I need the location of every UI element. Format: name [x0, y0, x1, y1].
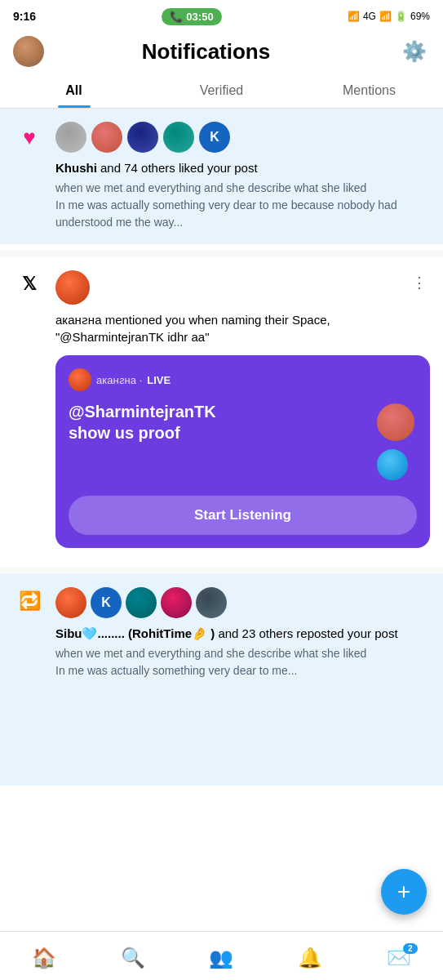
- nav-search[interactable]: 🔍: [121, 947, 145, 969]
- call-time: 03:50: [186, 11, 213, 23]
- tab-mentions[interactable]: Mentions: [295, 74, 443, 108]
- messages-badge: 2: [403, 943, 418, 954]
- bell-icon: 🔔: [298, 947, 322, 969]
- start-listening-button[interactable]: Start Listening: [69, 496, 417, 535]
- settings-button[interactable]: ⚙️: [399, 36, 430, 67]
- repost-avatar-3: [126, 587, 157, 618]
- notification-like[interactable]: ♥ K Khushi and 74 others liked your post…: [0, 109, 443, 251]
- x-logo-container: 𝕏: [13, 270, 46, 295]
- avatar-4: [163, 122, 194, 153]
- signal-bars-icon: 📶: [379, 11, 392, 22]
- signal-icon: 📶: [348, 11, 360, 22]
- status-time: 9:16: [13, 10, 36, 23]
- like-text: Khushi and 74 others liked your post: [55, 159, 430, 176]
- repost-avatar-1: [55, 587, 86, 618]
- nav-home[interactable]: 🏠: [32, 947, 56, 969]
- repost-content: K Sibu🩵........ (RohitTime🤌 ) and 23 oth…: [55, 587, 430, 679]
- nav-messages[interactable]: ✉️ 2: [387, 947, 411, 969]
- avatar-5: K: [199, 122, 230, 153]
- tab-all[interactable]: All: [0, 74, 148, 108]
- like-notification-content: K Khushi and 74 others liked your post w…: [55, 122, 430, 231]
- divider-2: [0, 568, 443, 574]
- avatar-2: [91, 122, 122, 153]
- people-icon: 👥: [209, 947, 233, 969]
- space-host-name: aканƨнa ·: [96, 374, 142, 386]
- repost-text: Sibu🩵........ (RohitTime🤌 ) and 23 other…: [55, 625, 430, 642]
- status-bar: 9:16 📞 03:50 📶 4G 📶 🔋 69%: [0, 0, 443, 29]
- repost-avatar-4: [161, 587, 192, 618]
- home-icon: 🏠: [32, 947, 56, 969]
- like-preview: when we met and everything and she descr…: [55, 180, 430, 231]
- network-type: 4G: [363, 11, 376, 22]
- heart-icon: ♥: [23, 125, 35, 150]
- battery-level: 69%: [410, 11, 430, 22]
- header: Notifications ⚙️: [0, 29, 443, 74]
- space-host-avatar: [69, 368, 91, 391]
- repost-preview: when we met and everything and she descr…: [55, 645, 430, 679]
- repost-avatars: K: [55, 587, 430, 618]
- status-indicators: 📶 4G 📶 🔋 69%: [348, 11, 430, 22]
- space-live-row: aканƨнa · LIVE: [69, 368, 417, 391]
- more-options-icon[interactable]: ⋮: [409, 270, 430, 295]
- call-indicator: 📞 03:50: [162, 8, 221, 25]
- repost-avatar-2: K: [91, 587, 122, 618]
- bottom-navigation: 🏠 🔍 👥 🔔 ✉️ 2: [0, 931, 443, 980]
- avatar-3: [127, 122, 158, 153]
- battery-icon: 🔋: [395, 11, 407, 22]
- search-icon: 🔍: [121, 947, 145, 969]
- retweet-icon: 🔁: [19, 590, 41, 612]
- compose-fab[interactable]: +: [381, 869, 427, 915]
- tab-verified[interactable]: Verified: [148, 74, 295, 108]
- like-icon-container: ♥: [13, 122, 46, 150]
- space-avatar-1: [374, 401, 417, 443]
- like-avatars: K: [55, 122, 430, 153]
- page-title: Notifications: [44, 39, 368, 65]
- avatar[interactable]: [13, 36, 44, 67]
- nav-notifications[interactable]: 🔔: [298, 947, 322, 969]
- notification-mention[interactable]: 𝕏 ⋮ aканƨнa mentioned you when naming th…: [0, 257, 443, 568]
- mention-header: ⋮: [55, 270, 430, 311]
- space-participant-avatars: [374, 401, 417, 483]
- divider-1: [0, 251, 443, 257]
- space-live-badge: LIVE: [147, 374, 171, 386]
- avatar-1: [55, 122, 86, 153]
- x-logo-icon: 𝕏: [22, 274, 37, 295]
- space-avatar-2: [374, 447, 410, 483]
- space-card[interactable]: aканƨнa · LIVE @SharmintejranTKshow us p…: [55, 355, 430, 548]
- space-title: @SharmintejranTKshow us proof: [69, 401, 374, 443]
- plus-icon: +: [397, 879, 410, 905]
- notification-repost[interactable]: 🔁 K Sibu🩵........ (RohitTime🤌 ) and 23 o…: [0, 574, 443, 792]
- mention-content: ⋮ aканƨнa mentioned you when naming thei…: [55, 270, 430, 548]
- repost-avatar-5: [196, 587, 227, 618]
- mention-text: aканƨнa mentioned you when naming their …: [55, 311, 430, 345]
- space-content-row: @SharmintejranTKshow us proof: [69, 401, 417, 483]
- mention-avatar: [55, 270, 90, 305]
- retweet-icon-container: 🔁: [13, 587, 46, 612]
- tabs-bar: All Verified Mentions: [0, 74, 443, 109]
- nav-people[interactable]: 👥: [209, 947, 233, 969]
- phone-icon: 📞: [170, 11, 183, 23]
